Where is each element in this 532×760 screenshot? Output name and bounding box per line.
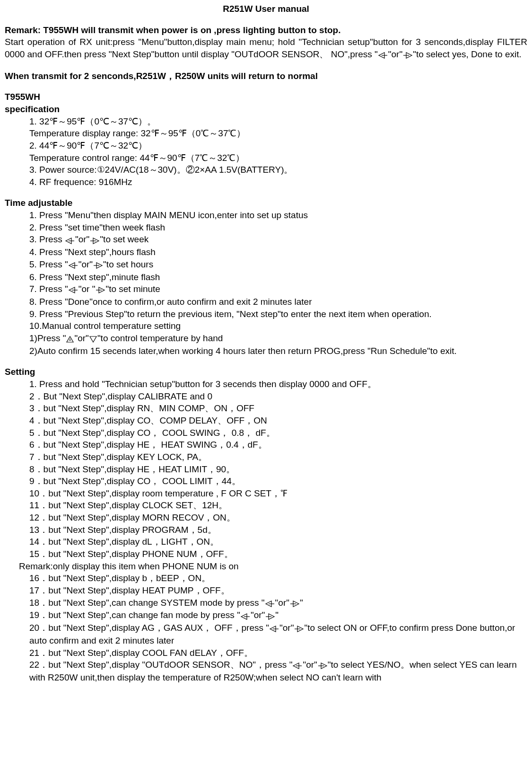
remark-line1b: NO",press " xyxy=(331,49,378,59)
spec-head2: specification xyxy=(5,103,527,115)
set-15: 15．but "Next Step",display PHONE NUM，OFF… xyxy=(5,548,527,560)
left-arrow-icon xyxy=(269,622,279,635)
time-5b: "or" xyxy=(78,259,93,269)
left-arrow-icon xyxy=(378,49,388,61)
set-10: 10．but "Next Step",display room temperat… xyxy=(5,487,527,500)
spec-head1: T955WH xyxy=(5,91,527,103)
page-title: R251W User manual xyxy=(5,3,527,15)
remark-line1d: "to select yes, Done to exit. xyxy=(413,49,522,59)
set-12: 12．but "Next Step",display MORN RECOV，ON… xyxy=(5,512,527,524)
normal-line: When transmit for 2 senconds,R251W，R250W… xyxy=(5,70,527,82)
set-19: 19．but "Next Step",can change fan mode b… xyxy=(5,609,527,622)
set-19c: " xyxy=(275,610,279,620)
time-9: 9. Press "Previous Step"to return the pr… xyxy=(5,308,527,320)
set-9: 9．but "Next Step",display CO， COOL LIMIT… xyxy=(5,475,527,487)
set-22: 22．but "Next Step",display "OUTdOOR SENS… xyxy=(5,659,527,683)
time-8: 8. Press "Done"once to confirm,or auto c… xyxy=(5,296,527,308)
set-21: 21．but "Next Step",display COOL FAN dELA… xyxy=(5,647,527,659)
time-11a: 1)Press " xyxy=(29,333,66,343)
spec-4: Temperature control range: 44℉～90℉（7℃～32… xyxy=(5,152,527,164)
svg-marker-21 xyxy=(90,336,96,342)
spec-6: 4. RF frequence: 916MHz xyxy=(5,176,527,188)
time-3b: "or" xyxy=(75,234,89,244)
time-11: 1)Press ""or""to control temperature by … xyxy=(5,332,527,345)
spec-2: Temperature display range: 32℉～95℉（0℃～37… xyxy=(5,127,527,140)
down-triangle-icon xyxy=(89,333,97,345)
right-arrow-icon xyxy=(95,283,105,296)
time-7b: "or " xyxy=(78,284,96,294)
left-arrow-icon xyxy=(240,610,251,622)
set-1: 1. Press and hold "Technician setup"butt… xyxy=(5,378,527,390)
right-arrow-icon xyxy=(89,234,100,247)
set-18a: 18．but "Next Step",can change SYSTEM mod… xyxy=(29,598,265,608)
set-17: 17．but "Next Step",display HEAT PUMP，OFF… xyxy=(5,584,527,597)
page: R251W User manual Remark: T955WH will tr… xyxy=(0,0,532,760)
set-19a: 19．but "Next Step",can change fan mode b… xyxy=(29,610,240,620)
set-8: 8．but "Next Step",display HE，HEAT LIMIT，… xyxy=(5,463,527,476)
up-triangle-icon xyxy=(66,333,74,345)
set-18: 18．but "Next Step",can change SYSTEM mod… xyxy=(5,597,527,610)
time-4: 4. Press "Next step",hours flash xyxy=(5,246,527,258)
time-3: 3. Press "or""to set week xyxy=(5,233,527,246)
set-20a: 20．but "Next Step",display AG，GAS AUX， O… xyxy=(29,623,269,633)
left-arrow-icon xyxy=(68,259,78,271)
setting-remark: Remark:only display this item when PHONE… xyxy=(5,560,527,573)
setting-head: Setting xyxy=(5,366,527,378)
set-11: 11．but "Next Step",display CLOCK SET、12H… xyxy=(5,499,527,512)
time-5: 5. Press ""or""to set hours xyxy=(5,258,527,271)
time-head: Time adjustable xyxy=(5,197,527,209)
right-arrow-icon xyxy=(402,49,413,61)
set-13: 13．but "Next Step",display PROGRAM，5d。 xyxy=(5,524,527,536)
time-3a: 3. Press xyxy=(29,234,65,244)
set-14: 14．but "Next Step",display dL，LIGHT，ON。 xyxy=(5,536,527,548)
time-3c: "to set week xyxy=(100,234,148,244)
set-4: 4．but "Next Step",display CO、COMP DELAY、… xyxy=(5,415,527,427)
set-18c: " xyxy=(300,598,303,608)
spec-3: 2. 44℉～90℉（7℃～32℃） xyxy=(5,140,527,152)
time-5a: 5. Press " xyxy=(29,259,68,269)
set-20b: "or" xyxy=(279,623,294,633)
set-7: 7．but "Next Step",display KEY LOCK, PA。 xyxy=(5,451,527,463)
left-arrow-icon xyxy=(65,234,75,247)
remark-body: Start operation of RX unit:press "Menu"b… xyxy=(5,36,527,61)
set-5: 5．but "Next Step",display CO， COOL SWING… xyxy=(5,427,527,439)
right-arrow-icon xyxy=(265,610,275,622)
time-7c: "to set minute xyxy=(105,284,160,294)
time-1: 1. Press "Menu"then display MAIN MENU ic… xyxy=(5,209,527,221)
left-arrow-icon xyxy=(292,659,303,672)
left-arrow-icon xyxy=(68,283,78,296)
spec-1: 1. 32℉～95℉（0℃～37℃）。 xyxy=(5,115,527,128)
time-11c: "to control temperature by hand xyxy=(97,333,223,343)
time-5c: "to set hours xyxy=(103,259,153,269)
remark-heading: Remark: T955WH will transmit when power … xyxy=(5,24,527,36)
right-arrow-icon xyxy=(317,659,328,672)
spec-5: 3. Power source:①24V/AC(18～30V)。②2×AA 1.… xyxy=(5,164,527,176)
set-22a: 22．but "Next Step",display "OUTdOOR SENS… xyxy=(29,660,292,670)
set-19b: "or" xyxy=(251,610,265,620)
time-2: 2. Press "set time"then week flash xyxy=(5,221,527,234)
set-2: 2．But "Next Step",display CALIBRATE and … xyxy=(5,390,527,403)
time-7a: 7. Press " xyxy=(29,284,68,294)
right-arrow-icon xyxy=(289,597,300,610)
set-3: 3．but "Next Step",display RN、MIN COMP、ON… xyxy=(5,402,527,415)
set-16: 16．but "Next Step",display b，bEEP，ON。 xyxy=(5,572,527,584)
right-arrow-icon xyxy=(93,259,103,271)
time-11b: "or" xyxy=(74,333,88,343)
set-20: 20．but "Next Step",display AG，GAS AUX， O… xyxy=(5,622,527,646)
remark-line1c: "or" xyxy=(388,49,402,59)
set-18b: "or" xyxy=(275,598,289,608)
left-arrow-icon xyxy=(265,597,275,610)
set-22b: "or" xyxy=(303,660,317,670)
right-arrow-icon xyxy=(294,622,304,635)
time-10: 10.Manual control temperature setting xyxy=(5,320,527,332)
time-6: 6. Press "Next step",minute flash xyxy=(5,271,527,283)
time-12: 2)Auto confirm 15 secends later,when wor… xyxy=(5,345,527,357)
time-10-text: 10.Manual control temperature setting xyxy=(29,321,181,331)
set-6: 6．but "Next Step",display HE， HEAT SWING… xyxy=(5,439,527,451)
time-7: 7. Press ""or ""to set minute xyxy=(5,283,527,296)
